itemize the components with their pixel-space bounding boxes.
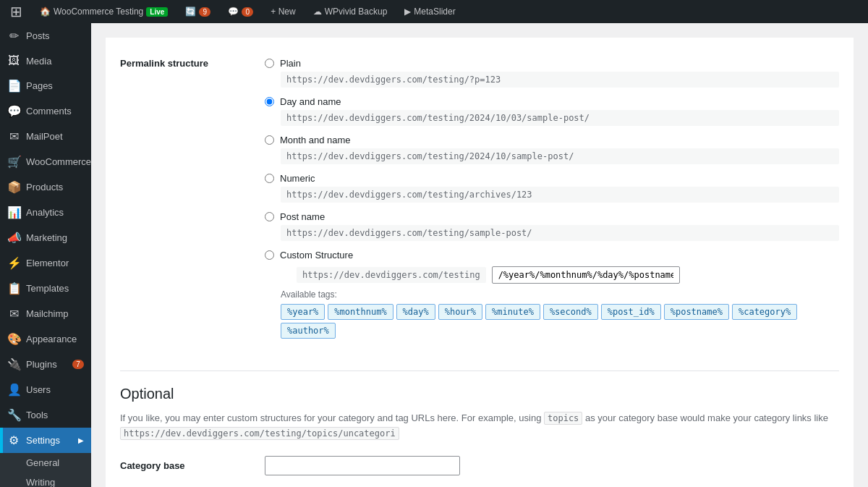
- admin-bar: ⊞ 🏠 WooCommerce Testing Live 🔄 9 💬 0 + N…: [0, 0, 868, 23]
- tag-author[interactable]: %author%: [281, 323, 336, 339]
- pages-icon: 📄: [7, 79, 20, 93]
- analytics-icon: 📊: [7, 206, 20, 219]
- permalink-option-post-name: Post name https://dev.devdiggers.com/tes…: [265, 211, 839, 241]
- permalink-radio-month-and-name[interactable]: [265, 135, 274, 145]
- sidebar-item-label: MailPoet: [26, 131, 63, 142]
- new-label: + New: [271, 7, 295, 17]
- topics-code: topics: [544, 412, 582, 425]
- sidebar-item-pages[interactable]: 📄 Pages: [0, 73, 91, 98]
- permalink-structure-table: Permalink structure Plain https://dev.de…: [120, 52, 839, 353]
- available-tags-section: Available tags: %year% %monthnum% %day% …: [281, 289, 839, 339]
- tag-post-id[interactable]: %post_id%: [601, 304, 661, 320]
- permalink-url-numeric: https://dev.devdiggers.com/testing/archi…: [281, 187, 839, 203]
- sidebar-item-label: Settings: [26, 435, 60, 446]
- example-url: https://dev.devdiggers.com/testing/topic…: [120, 427, 399, 440]
- sidebar-item-comments[interactable]: 💬 Comments: [0, 98, 91, 124]
- custom-structure-row: https://dev.devdiggers.com/testing: [281, 266, 839, 284]
- sidebar-item-label: Pages: [26, 80, 53, 91]
- updates-button[interactable]: 🔄 9: [181, 0, 215, 23]
- permalink-option-custom: Custom Structure https://dev.devdiggers.…: [265, 250, 839, 339]
- submenu-item-writing[interactable]: Writing: [0, 473, 91, 487]
- tag-postname[interactable]: %postname%: [664, 304, 729, 320]
- mailpoet-icon: ✉: [7, 130, 20, 143]
- marketing-icon: 📣: [7, 231, 20, 245]
- custom-structure-prefix: https://dev.devdiggers.com/testing: [297, 267, 486, 283]
- sidebar-item-woocommerce[interactable]: 🛒 WooCommerce: [0, 149, 91, 174]
- permalink-url-month-and-name: https://dev.devdiggers.com/testing/2024/…: [281, 148, 839, 164]
- tools-icon: 🔧: [7, 408, 20, 422]
- sidebar-item-label: Marketing: [26, 232, 67, 243]
- optional-description: If you like, you may enter custom struct…: [120, 411, 839, 441]
- permalink-label-custom[interactable]: Custom Structure: [280, 250, 353, 261]
- sidebar-item-mailchimp[interactable]: ✉ Mailchimp: [0, 301, 91, 326]
- permalink-label-day-and-name[interactable]: Day and name: [280, 96, 341, 107]
- permalink-structure-label: Permalink structure: [120, 52, 265, 353]
- sidebar-item-plugins[interactable]: 🔌 Plugins 7: [0, 352, 91, 377]
- permalink-url-day-and-name: https://dev.devdiggers.com/testing/2024/…: [281, 110, 839, 126]
- chevron-right-icon: ▶: [78, 436, 84, 444]
- permalink-radio-post-name[interactable]: [265, 212, 274, 221]
- permalink-radio-custom[interactable]: [265, 250, 274, 260]
- sidebar-item-tools[interactable]: 🔧 Tools: [0, 402, 91, 428]
- category-base-input[interactable]: [265, 456, 460, 475]
- optional-desc-before: If you like, you may enter custom struct…: [120, 412, 541, 423]
- permalink-label-post-name[interactable]: Post name: [280, 211, 325, 222]
- optional-section: Optional If you like, you may enter cust…: [120, 370, 839, 487]
- category-base-row: Category base: [120, 456, 839, 475]
- tag-hour[interactable]: %hour%: [438, 304, 482, 320]
- wpvivid-button[interactable]: ☁ WPvivid Backup: [309, 0, 392, 23]
- house-icon: 🏠: [40, 7, 51, 17]
- tag-minute[interactable]: %minute%: [485, 304, 540, 320]
- live-badge: Live: [146, 7, 168, 17]
- permalink-option-numeric: Numeric https://dev.devdiggers.com/testi…: [265, 173, 839, 203]
- tags-list: %year% %monthnum% %day% %hour% %minute% …: [281, 304, 839, 339]
- sidebar-item-label: Mailchimp: [26, 308, 69, 319]
- permalink-url-plain: https://dev.devdiggers.com/testing/?p=12…: [281, 72, 839, 88]
- appearance-icon: 🎨: [7, 332, 20, 346]
- tag-category[interactable]: %category%: [732, 304, 797, 320]
- sidebar-item-templates[interactable]: 📋 Templates: [0, 276, 91, 301]
- sidebar-item-label: Comments: [26, 106, 72, 117]
- sidebar-item-mailpoet[interactable]: ✉ MailPoet: [0, 124, 91, 149]
- tag-day[interactable]: %day%: [396, 304, 435, 320]
- comments-icon: 💬: [7, 104, 20, 118]
- sidebar-item-label: Posts: [26, 30, 50, 41]
- sidebar-item-label: Users: [26, 384, 51, 395]
- wp-logo-button[interactable]: ⊞: [6, 0, 27, 23]
- site-name: WooCommerce Testing: [54, 7, 143, 17]
- optional-desc-after: as your category base would make your ca…: [585, 412, 828, 423]
- templates-icon: 📋: [7, 281, 20, 295]
- sidebar-item-appearance[interactable]: 🎨 Appearance: [0, 326, 91, 352]
- permalink-label-numeric[interactable]: Numeric: [280, 173, 315, 184]
- sidebar-item-settings[interactable]: ⚙ Settings ▶: [0, 428, 91, 453]
- new-content-button[interactable]: + New: [266, 0, 299, 23]
- sidebar-item-products[interactable]: 📦 Products: [0, 174, 91, 200]
- products-icon: 📦: [7, 180, 20, 194]
- comments-button[interactable]: 💬 0: [224, 0, 258, 23]
- tag-year[interactable]: %year%: [281, 304, 325, 320]
- submenu-item-general[interactable]: General: [0, 453, 91, 473]
- metaslider-button[interactable]: ▶ MetaSlider: [400, 0, 459, 23]
- sidebar-item-marketing[interactable]: 📣 Marketing: [0, 225, 91, 250]
- tag-monthnum[interactable]: %monthnum%: [328, 304, 393, 320]
- permalink-label-plain[interactable]: Plain: [280, 58, 301, 69]
- permalink-label-month-and-name[interactable]: Month and name: [280, 135, 351, 145]
- available-tags-label: Available tags:: [281, 289, 839, 300]
- tag-second[interactable]: %second%: [543, 304, 598, 320]
- sidebar-item-elementor[interactable]: ⚡ Elementor: [0, 250, 91, 276]
- sidebar-item-label: Elementor: [26, 258, 69, 268]
- permalink-radio-plain[interactable]: [265, 59, 274, 68]
- posts-icon: ✏: [7, 29, 20, 43]
- cloud-icon: ☁: [313, 7, 322, 17]
- site-name-button[interactable]: 🏠 WooCommerce Testing Live: [35, 0, 172, 23]
- sidebar-item-users[interactable]: 👤 Users: [0, 377, 91, 402]
- sidebar-item-label: Products: [26, 182, 63, 192]
- sidebar-item-media[interactable]: 🖼 Media: [0, 48, 91, 73]
- sidebar-item-posts[interactable]: ✏ Posts: [0, 23, 91, 48]
- comments-icon: 💬: [228, 7, 239, 17]
- permalink-radio-numeric[interactable]: [265, 174, 274, 183]
- custom-structure-input[interactable]: [492, 266, 680, 284]
- sidebar-item-label: Tools: [26, 410, 48, 420]
- permalink-radio-day-and-name[interactable]: [265, 97, 274, 106]
- sidebar-item-analytics[interactable]: 📊 Analytics: [0, 200, 91, 225]
